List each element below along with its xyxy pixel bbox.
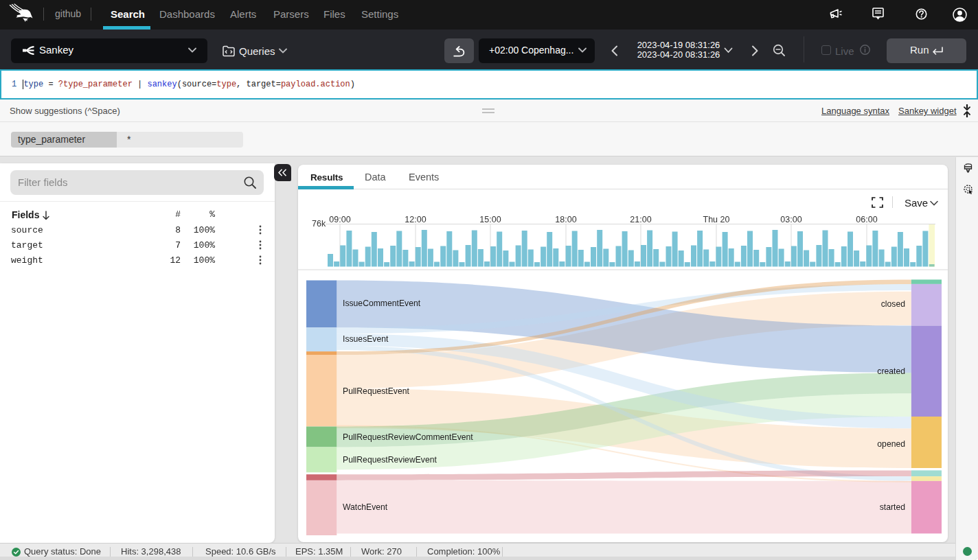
svg-text:PullRequestReviewCommentEvent: PullRequestReviewCommentEvent (343, 432, 473, 442)
svg-text:opened: opened (877, 439, 905, 449)
svg-text:created: created (877, 366, 905, 376)
svg-text:12:00: 12:00 (405, 215, 426, 224)
svg-text:06:00: 06:00 (856, 215, 877, 224)
svg-text:15:00: 15:00 (479, 215, 501, 224)
svg-text:Thu 20: Thu 20 (703, 215, 730, 224)
svg-text:09:00: 09:00 (329, 215, 350, 224)
svg-text:18:00: 18:00 (555, 215, 576, 224)
svg-text:21:00: 21:00 (630, 215, 651, 224)
svg-text:IssueCommentEvent: IssueCommentEvent (343, 299, 421, 308)
svg-text:WatchEvent: WatchEvent (343, 502, 388, 512)
svg-text:closed: closed (881, 299, 905, 309)
svg-text:76k: 76k (312, 219, 326, 229)
svg-text:IssuesEvent: IssuesEvent (343, 334, 389, 344)
svg-text:PullRequestReviewEvent: PullRequestReviewEvent (343, 455, 437, 465)
svg-text:PullRequestEvent: PullRequestEvent (343, 386, 409, 396)
svg-text:03:00: 03:00 (780, 215, 801, 224)
svg-text:started: started (880, 502, 905, 512)
